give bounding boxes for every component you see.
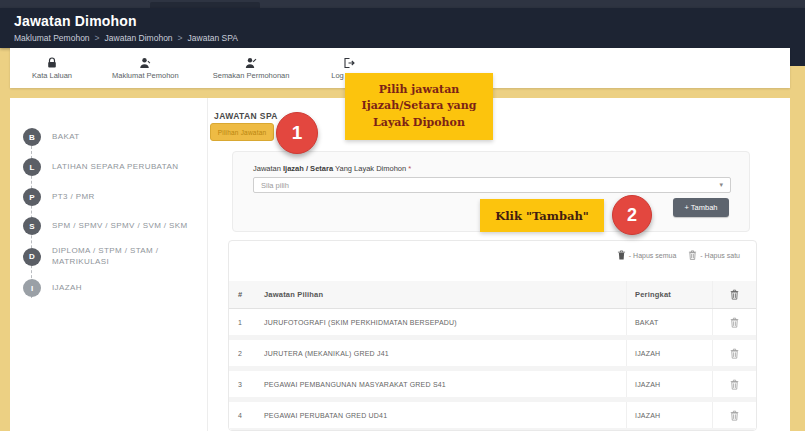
step-badge: B — [23, 128, 41, 146]
trash-outline-icon — [688, 250, 697, 260]
breadcrumb: Maklumat Pemohon>Jawatan Dimohon>Jawatan… — [14, 33, 238, 43]
step-label: DIPLOMA / STPM / STAM / MATRIKULASI — [52, 246, 194, 268]
row-jawatan: JURUTERA (MEKANIKAL) GRED J41 — [255, 340, 626, 366]
row-number: 4 — [229, 402, 255, 428]
row-number: 3 — [229, 371, 255, 397]
field-label-bold: Ijazah / Setara — [283, 164, 333, 173]
step-label: IJAZAH — [52, 283, 194, 294]
lock-icon — [46, 57, 58, 69]
legend-delete-all: - Hapus semua — [617, 250, 676, 260]
toolbar-item-semakan-permohonan[interactable]: Semakan Permohonan — [213, 57, 290, 80]
row-delete-button[interactable] — [712, 340, 756, 366]
callout-line: Pilih jawatan — [379, 82, 460, 99]
step-badge: L — [23, 158, 41, 176]
legend-delete-one: - Hapus satu — [688, 250, 740, 260]
tutorial-callout-step2: Klik "Tambah" — [480, 199, 604, 232]
section-title: JAWATAN SPA — [214, 111, 278, 121]
trash-icon — [730, 289, 739, 300]
step-badge: P — [23, 188, 41, 206]
row-number: 1 — [229, 309, 255, 335]
callout-bold: "Tambah" — [526, 209, 589, 223]
table-row: 1 JURUFOTOGRAFI (SKIM PERKHIDMATAN BERSE… — [229, 309, 756, 340]
delete-legend: - Hapus semua - Hapus satu — [605, 250, 740, 260]
step-badge: D — [23, 248, 41, 266]
field-label-prefix: Jawatan — [253, 164, 283, 173]
row-peringkat: BAKAT — [626, 309, 712, 335]
jawatan-table-card: - Hapus semua - Hapus satu # Jawatan Pil… — [228, 240, 757, 431]
header-corner-notch — [790, 48, 805, 66]
col-header-peringkat: Peringkat — [626, 281, 712, 308]
user-check-icon — [245, 57, 257, 69]
tutorial-callout-step1: Pilih jawatan Ijazah/Setara yang Layak D… — [345, 73, 493, 140]
step-badge: S — [23, 217, 41, 235]
step-label: BAKAT — [52, 132, 194, 143]
legend-label: - Hapus satu — [700, 252, 740, 259]
row-peringkat: IJAZAH — [626, 340, 712, 366]
trash-filled-icon — [617, 250, 626, 260]
toolbar-item-label: Maklumat Pemohon — [112, 71, 179, 80]
step1-number-marker: 1 — [276, 112, 318, 154]
step-label: SPM / SPMV / SPMV / SVM / SKM — [52, 221, 194, 232]
row-peringkat: IJAZAH — [626, 371, 712, 397]
step-label: LATIHAN SEPARA PERUBATAN — [52, 162, 194, 173]
top-edge-strip — [0, 0, 805, 8]
jawatan-table: # Jawatan Pilihan Peringkat 1 JURUFOTOGR… — [229, 281, 756, 431]
row-number: 2 — [229, 340, 255, 366]
row-jawatan: PEGAWAI PERUBATAN GRED UD41 — [255, 402, 626, 428]
toolbar-item-kata-laluan[interactable]: Kata Laluan — [26, 57, 78, 80]
breadcrumb-item[interactable]: Jawatan Dimohon — [105, 33, 173, 43]
jawatan-select[interactable]: Sila pilih ▾ — [253, 177, 731, 193]
table-row: 3 PEGAWAI PEMBANGUNAN MASYARAKAT GRED S4… — [229, 371, 756, 402]
table-header-row: # Jawatan Pilihan Peringkat — [229, 281, 756, 309]
user-icon — [139, 57, 151, 69]
sidebar-step-pt3-pmr[interactable]: P PT3 / PMR — [23, 188, 194, 206]
sidebar-step-diploma[interactable]: D DIPLOMA / STPM / STAM / MATRIKULASI — [23, 246, 194, 268]
breadcrumb-separator: > — [178, 33, 183, 43]
row-delete-button[interactable] — [712, 402, 756, 428]
step2-number-marker: 2 — [612, 195, 652, 235]
trash-icon — [730, 348, 739, 359]
sidebar-divider — [207, 98, 208, 431]
row-delete-button[interactable] — [712, 371, 756, 397]
callout-prefix: Klik — [495, 209, 522, 223]
row-delete-button[interactable] — [712, 309, 756, 335]
tambah-button[interactable]: + Tambah — [673, 198, 729, 217]
field-label: Jawatan Ijazah / Setara Yang Layak Dimoh… — [253, 164, 411, 173]
breadcrumb-item[interactable]: Maklumat Pemohon — [14, 33, 90, 43]
page-title: Jawatan Dimohon — [14, 13, 137, 29]
toolbar-item-label: Semakan Permohonan — [213, 71, 290, 80]
row-jawatan: JURUFOTOGRAFI (SKIM PERKHIDMATAN BERSEPA… — [255, 309, 626, 335]
sidebar-step-bakat[interactable]: B BAKAT — [23, 128, 194, 146]
row-jawatan: PEGAWAI PEMBANGUNAN MASYARAKAT GRED S41 — [255, 371, 626, 397]
callout-line: Ijazah/Setara yang — [362, 98, 477, 115]
table-row: 4 PEGAWAI PERUBATAN GRED UD41 IJAZAH — [229, 402, 756, 431]
table-row: 2 JURUTERA (MEKANIKAL) GRED J41 IJAZAH — [229, 340, 756, 371]
pilihan-jawatan-button[interactable]: Pilihan Jawatan — [210, 123, 274, 141]
col-header-delete-all[interactable] — [712, 281, 756, 308]
select-placeholder: Sila pilih — [261, 181, 719, 190]
trash-icon — [730, 317, 739, 328]
trash-icon — [730, 410, 739, 421]
sidebar-step-spm[interactable]: S SPM / SPMV / SPMV / SVM / SKM — [23, 217, 194, 235]
row-peringkat: IJAZAH — [626, 402, 712, 428]
chevron-down-icon: ▾ — [719, 181, 723, 189]
field-label-suffix: Yang Layak Dimohon — [333, 164, 406, 173]
logout-icon — [343, 57, 355, 69]
toolbar-item-maklumat-pemohon[interactable]: Maklumat Pemohon — [112, 57, 179, 80]
trash-icon — [730, 379, 739, 390]
breadcrumb-item-current: Jawatan SPA — [188, 33, 238, 43]
col-header-no: # — [229, 281, 255, 308]
sidebar-step-latihan-separa-perubatan[interactable]: L LATIHAN SEPARA PERUBATAN — [23, 158, 194, 176]
page-header: Jawatan Dimohon Maklumat Pemohon>Jawatan… — [0, 8, 805, 48]
col-header-jawatan: Jawatan Pilihan — [255, 281, 626, 308]
page: Jawatan Dimohon Maklumat Pemohon>Jawatan… — [0, 0, 805, 431]
toolbar-item-label: Kata Laluan — [32, 71, 72, 80]
step-badge: I — [23, 279, 41, 297]
breadcrumb-separator: > — [95, 33, 100, 43]
required-asterisk: * — [408, 164, 411, 173]
callout-line: Layak Dipohon — [373, 115, 465, 132]
step-label: PT3 / PMR — [52, 192, 194, 203]
sidebar-step-ijazah[interactable]: I IJAZAH — [23, 279, 194, 297]
legend-label: - Hapus semua — [629, 252, 676, 259]
